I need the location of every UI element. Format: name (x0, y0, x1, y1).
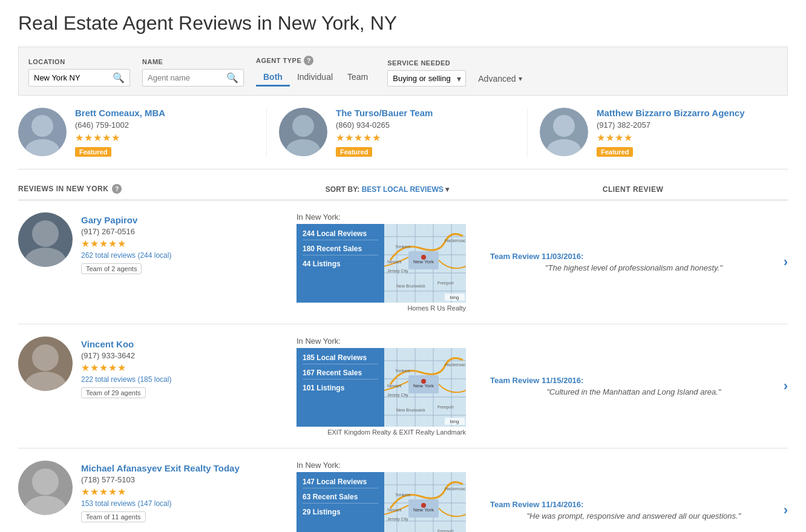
map-realty-1: EXIT Kingdom Realty & EXIT Realty Landma… (297, 429, 466, 436)
svg-text:Jersey City: Jersey City (387, 517, 408, 522)
svg-point-47 (421, 379, 426, 384)
location-input-wrap: 🔍 (28, 69, 130, 87)
featured-agent-2: Matthew Bizzarro Bizzarro Agency (917) 3… (528, 108, 788, 157)
agent-row-map-2: In New York: 147 Local Reviews 63 Recent… (297, 461, 478, 532)
agent-row-phone-2: (718) 577-5103 (81, 475, 240, 484)
svg-text:Hackensack: Hackensack (445, 238, 466, 243)
svg-point-29 (25, 372, 66, 391)
review-arrow-0[interactable]: › (784, 254, 788, 270)
agent-type-info-icon[interactable]: ? (304, 56, 313, 65)
service-select-wrap: Buying or selling Buying Selling (387, 70, 466, 87)
agent-row-stars-1: ★★★★★ (81, 362, 171, 373)
team-badge-2: Team of 11 agents (81, 511, 146, 522)
svg-text:Freeport: Freeport (437, 529, 454, 532)
featured-agent-stars-0: ★★★★★ (75, 132, 165, 143)
agent-row-details-0: Gary Papirov (917) 267-0516 ★★★★★ 262 to… (81, 212, 171, 274)
featured-agent-name-2[interactable]: Matthew Bizzarro Bizzarro Agency (597, 108, 745, 118)
map-location-0: In New York: (297, 212, 341, 222)
review-title-2: Team Review 11/14/2016: (490, 500, 778, 509)
featured-agent-name-0[interactable]: Brett Comeaux, MBA (75, 108, 165, 118)
svg-text:New Brunswick: New Brunswick (396, 284, 425, 288)
map-visual-0: New York Yonkers Newark Jersey City Hack… (384, 224, 466, 303)
featured-agent-name-1[interactable]: The Turso/Bauer Team (336, 108, 433, 118)
listings-stat-2: 29 Listings (303, 506, 378, 518)
svg-point-2 (292, 115, 314, 137)
svg-text:New York: New York (413, 507, 434, 513)
svg-text:Newark: Newark (387, 508, 402, 512)
location-label: LOCATION (28, 58, 130, 65)
review-text-0: "The highest level of professionalism an… (490, 263, 778, 272)
agent-info-1: The Turso/Bauer Team (860) 934-0265 ★★★★… (336, 108, 433, 157)
featured-badge-0: Featured (75, 147, 111, 157)
agent-row-reviews-0[interactable]: 262 total reviews (244 local) (81, 251, 171, 260)
map-visual-1: New York Yonkers Newark Jersey City Hack… (384, 348, 466, 427)
listings-stat-0: 44 Listings (303, 258, 378, 270)
svg-text:Freeport: Freeport (437, 405, 454, 410)
review-content-2: Team Review 11/14/2016: "He was prompt, … (490, 500, 778, 521)
agent-row-reviews-2[interactable]: 153 total reviews (147 local) (81, 499, 240, 508)
agent-row-phone-0: (917) 267-0516 (81, 227, 171, 236)
client-review-label: CLIENT REVIEW (603, 185, 664, 194)
agent-row-name-0[interactable]: Gary Papirov (81, 215, 171, 225)
local-reviews-stat-2: 147 Local Reviews (303, 476, 378, 488)
name-search-icon[interactable]: 🔍 (226, 72, 238, 84)
sort-header[interactable]: SORT BY: BEST LOCAL REVIEWS ▾ (297, 184, 478, 194)
agent-type-filter-group: AGENT TYPE ? Both Individual Team (256, 56, 375, 87)
review-arrow-1[interactable]: › (784, 378, 788, 394)
agent-row-info-1: Vincent Koo (917) 933-3642 ★★★★★ 222 tot… (18, 337, 297, 436)
advanced-button[interactable]: Advanced ▾ (478, 71, 522, 87)
svg-rect-60 (451, 472, 452, 532)
map-stats-1: 185 Local Reviews 167 Recent Sales 101 L… (297, 348, 384, 427)
agent-row-info-2: Michael Afanasyev Exit Realty Today (718… (18, 461, 297, 532)
name-label: NAME (142, 58, 244, 65)
team-badge-1: Team of 29 agents (81, 387, 146, 398)
agent-row-review-0: Team Review 11/03/2016: "The highest lev… (478, 212, 788, 312)
agent-avatar-2 (540, 108, 588, 156)
featured-agent-0: Brett Comeaux, MBA (646) 759-1002 ★★★★★ … (18, 108, 267, 157)
tab-both[interactable]: Both (256, 69, 290, 87)
featured-agent-1: The Turso/Bauer Team (860) 934-0265 ★★★★… (267, 108, 528, 157)
featured-agent-phone-1: (860) 934-0265 (336, 120, 433, 130)
service-filter-group: SERVICE NEEDED Buying or selling Buying … (387, 59, 466, 87)
svg-point-51 (25, 496, 66, 515)
featured-badge-2: Featured (597, 147, 633, 157)
recent-sales-stat-2: 63 Recent Sales (303, 491, 378, 504)
tab-individual[interactable]: Individual (290, 69, 340, 87)
svg-point-1 (25, 139, 59, 156)
svg-text:Jersey City: Jersey City (387, 393, 408, 398)
svg-text:New York: New York (413, 383, 434, 389)
agent-avatar-row-1 (18, 337, 73, 391)
location-search-icon[interactable]: 🔍 (113, 72, 125, 84)
client-review-header: CLIENT REVIEW (478, 184, 788, 194)
agent-row-review-2: Team Review 11/14/2016: "He was prompt, … (478, 461, 788, 532)
agent-info-2: Matthew Bizzarro Bizzarro Agency (917) 3… (597, 108, 745, 157)
agent-row-name-2[interactable]: Michael Afanasyev Exit Realty Today (81, 463, 240, 473)
sort-value[interactable]: BEST LOCAL REVIEWS (362, 185, 444, 194)
filter-bar: LOCATION 🔍 NAME 🔍 AGENT TYPE ? Both Indi… (18, 47, 788, 96)
reviews-in-ny-label: REVIEWS IN NEW YORK (18, 185, 108, 193)
agent-row-details-2: Michael Afanasyev Exit Realty Today (718… (81, 461, 240, 522)
reviews-info-icon[interactable]: ? (112, 184, 122, 194)
review-title-1: Team Review 11/15/2016: (490, 376, 778, 385)
svg-text:bing: bing (450, 295, 459, 300)
svg-text:bing: bing (450, 419, 459, 424)
svg-text:Hackensack: Hackensack (445, 363, 466, 367)
svg-point-7 (25, 248, 66, 267)
svg-point-28 (32, 344, 59, 371)
tab-team[interactable]: Team (340, 69, 375, 87)
location-input[interactable] (34, 73, 113, 82)
service-select[interactable]: Buying or selling Buying Selling (387, 70, 466, 87)
agent-row-name-1[interactable]: Vincent Koo (81, 339, 171, 349)
map-location-2: In New York: (297, 461, 341, 470)
agent-row-review-1: Team Review 11/15/2016: "Cultured in the… (478, 337, 788, 436)
agent-row-reviews-1[interactable]: 222 total reviews (185 local) (81, 375, 171, 384)
recent-sales-stat-1: 167 Recent Sales (303, 367, 378, 379)
review-text-1: "Cultured in the Manhattan and Long Isla… (490, 387, 778, 396)
svg-text:Yonkers: Yonkers (395, 493, 411, 497)
svg-text:Newark: Newark (387, 384, 402, 388)
name-input[interactable] (148, 73, 226, 82)
review-arrow-2[interactable]: › (784, 502, 788, 518)
agent-info-0: Brett Comeaux, MBA (646) 759-1002 ★★★★★ … (75, 108, 165, 157)
svg-point-4 (553, 115, 575, 137)
agent-avatar-row-0 (18, 212, 73, 267)
